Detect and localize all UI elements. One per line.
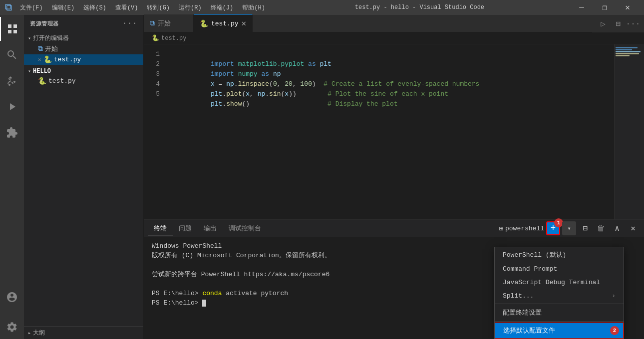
- delete-terminal-button[interactable]: 🗑: [594, 221, 608, 235]
- dropdown-item-jsdebug[interactable]: JavaScript Debug Terminal: [495, 276, 624, 289]
- activity-run[interactable]: [0, 95, 24, 119]
- chevron-up-icon: ∧: [615, 223, 620, 233]
- code-editor[interactable]: 1 2 3 4 5 import matplotlib.pyplot as pl…: [144, 44, 644, 219]
- vscode-logo-icon: ⧉: [5, 2, 12, 13]
- terminal-dropdown-menu: PowerShell (默认) Command Prompt JavaScrip…: [494, 247, 624, 339]
- terminal-actions: ⊞ powershell + 1 ▾ ⊟: [499, 221, 640, 235]
- open-editors-section: ▾ 打开的编辑器 ⧉ 开始 ✕ 🐍 test.py: [24, 32, 143, 66]
- terminal-panel: 终端 问题 输出 调试控制台 ⊞ powershell + 1: [144, 219, 644, 339]
- menu-goto[interactable]: 转到(G): [143, 2, 174, 13]
- activity-search[interactable]: [0, 43, 24, 67]
- minimap-line-1: [616, 47, 638, 48]
- minimap: [614, 44, 644, 219]
- minimap-content: [615, 44, 644, 59]
- testpy-tab-icon: 🐍: [200, 19, 208, 28]
- window-title: test.py - hello - Visual Studio Code: [269, 4, 570, 11]
- split-terminal-button[interactable]: ⊟: [578, 221, 592, 235]
- activity-account[interactable]: [0, 285, 24, 309]
- main-layout: 资源管理器 ··· ▾ 打开的编辑器 ⧉ 开始 ✕ 🐍 test.py: [0, 15, 644, 339]
- open-editor-welcome[interactable]: ⧉ 开始: [24, 43, 143, 54]
- chevron-right-icon: ▸: [28, 330, 31, 336]
- dropdown-divider-2: [495, 321, 624, 322]
- dropdown-item-cmd[interactable]: Command Prompt: [495, 262, 624, 276]
- python-file-icon: 🐍: [43, 55, 52, 64]
- activity-source-control[interactable]: [0, 69, 24, 93]
- welcome-tab-icon: ⧉: [150, 19, 155, 27]
- terminal-tab-debug[interactable]: 调试控制台: [223, 222, 267, 235]
- dropdown-item-powershell[interactable]: PowerShell (默认): [495, 247, 624, 262]
- maximize-panel-button[interactable]: ∧: [610, 221, 624, 235]
- split-arrow-icon: ›: [612, 292, 616, 300]
- line-num-2: 2: [144, 59, 160, 69]
- maximize-button[interactable]: ❐: [593, 0, 616, 15]
- code-line-1: import matplotlib.pyplot as plt: [172, 49, 614, 59]
- tab-testpy[interactable]: 🐍 test.py ✕: [194, 14, 253, 32]
- chevron-down-icon: ▾: [28, 35, 31, 41]
- menu-help[interactable]: 帮助(H): [238, 2, 269, 13]
- sidebar-title: 资源管理器 ···: [24, 15, 143, 32]
- activity-explorer[interactable]: [0, 17, 24, 41]
- activity-bar: [0, 15, 24, 339]
- dropdown-item-split[interactable]: Split... ›: [495, 289, 624, 303]
- line-num-5: 5: [144, 89, 160, 99]
- tab-row: ⧉ 开始 🐍 test.py ✕ ▷ ⊟ ···: [144, 15, 644, 32]
- close-editor-icon[interactable]: ✕: [38, 56, 41, 63]
- close-panel-icon: ✕: [631, 223, 636, 233]
- welcome-tab-label: 开始: [158, 19, 171, 28]
- activity-extensions[interactable]: [0, 121, 24, 145]
- chevron-down-icon3: ▾: [567, 225, 571, 232]
- more-actions-button[interactable]: ···: [626, 17, 640, 31]
- line-num-4: 4: [144, 79, 160, 89]
- breadcrumb-python-icon: 🐍: [152, 34, 159, 42]
- hello-section-header[interactable]: ▾ HELLO: [24, 67, 143, 76]
- split-editor-button[interactable]: ⊟: [611, 17, 625, 31]
- line-numbers: 1 2 3 4 5: [144, 44, 164, 219]
- sidebar-more-button[interactable]: ···: [122, 19, 137, 28]
- chevron-down-icon2: ▾: [28, 68, 31, 74]
- menu-file[interactable]: 文件(F): [16, 2, 47, 13]
- menu-edit[interactable]: 编辑(E): [48, 2, 79, 13]
- code-content: import matplotlib.pyplot as plt import n…: [164, 44, 614, 219]
- tab-close-button[interactable]: ✕: [242, 18, 247, 28]
- hello-file-testpy[interactable]: 🐍 test.py: [24, 76, 143, 86]
- minimize-button[interactable]: —: [570, 0, 593, 15]
- line-num-3: 3: [144, 69, 160, 79]
- menu-terminal[interactable]: 终端(J): [207, 2, 238, 13]
- terminal-tab-problems[interactable]: 问题: [173, 222, 198, 235]
- trash-icon: 🗑: [597, 224, 605, 233]
- open-editors-header[interactable]: ▾ 打开的编辑器: [24, 33, 143, 43]
- terminal-tab-output[interactable]: 输出: [198, 222, 223, 235]
- minimap-line-2: [616, 49, 632, 50]
- testpy-tab-label: test.py: [211, 20, 239, 27]
- breadcrumb: 🐍 test.py: [144, 32, 644, 44]
- tab-welcome[interactable]: ⧉ 开始: [144, 14, 194, 32]
- menu-select[interactable]: 选择(S): [79, 2, 110, 13]
- outline-section: ▸ 大纲: [24, 326, 143, 339]
- tab-bar: ⧉ 开始 🐍 test.py ✕: [144, 15, 592, 32]
- editor-top-buttons: ▷ ⊟ ···: [592, 17, 644, 31]
- menu-run[interactable]: 运行(R): [175, 2, 206, 13]
- minimap-line-5: [616, 55, 630, 56]
- minimap-line-3: [616, 51, 641, 52]
- shell-label: ⊞ powershell: [499, 224, 544, 233]
- hello-section: ▾ HELLO 🐍 test.py: [24, 66, 143, 87]
- run-button[interactable]: ▷: [596, 17, 610, 31]
- menu-view[interactable]: 查看(V): [111, 2, 142, 13]
- dropdown-item-settings[interactable]: 配置终端设置: [495, 305, 624, 320]
- line-num-1: 1: [144, 49, 160, 59]
- new-terminal-button[interactable]: + 1: [546, 221, 560, 235]
- terminal-dropdown-button[interactable]: ▾: [562, 221, 576, 235]
- window-controls: — ❐ ✕: [570, 0, 639, 15]
- outline-header[interactable]: ▸ 大纲: [24, 328, 143, 338]
- terminal-tab-terminal[interactable]: 终端: [148, 222, 173, 235]
- badge-2: 2: [610, 326, 619, 335]
- close-panel-button[interactable]: ✕: [626, 221, 640, 235]
- editor-area: ⧉ 开始 🐍 test.py ✕ ▷ ⊟ ··· 🐍 test.py: [144, 15, 644, 339]
- dropdown-item-default-profile[interactable]: 选择默认配置文件 2: [495, 323, 624, 339]
- close-button[interactable]: ✕: [616, 0, 639, 15]
- shell-icon: ⊞: [499, 224, 503, 233]
- open-editor-testpy[interactable]: ✕ 🐍 test.py: [24, 54, 143, 65]
- activity-settings[interactable]: [0, 315, 24, 339]
- vscode-file-icon: ⧉: [38, 45, 43, 53]
- menu-bar: 文件(F) 编辑(E) 选择(S) 查看(V) 转到(G) 运行(R) 终端(J…: [16, 2, 269, 13]
